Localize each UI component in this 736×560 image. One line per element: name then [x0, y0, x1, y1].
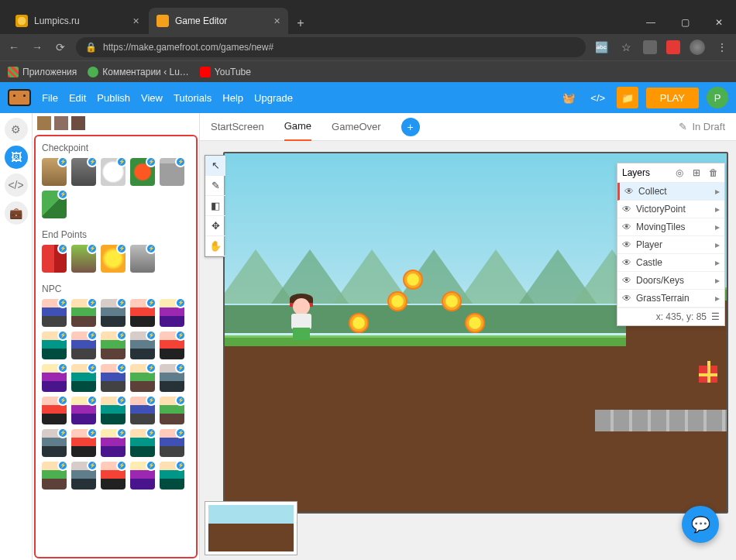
sprite-npc[interactable] — [130, 299, 155, 327]
bookmark-youtube[interactable]: YouTube — [200, 67, 251, 77]
menu-icon[interactable]: ☰ — [711, 311, 720, 322]
sprite-npc[interactable] — [42, 364, 67, 392]
tile-thumb[interactable] — [71, 116, 85, 130]
sprite-npc[interactable] — [71, 299, 96, 327]
coin-sprite[interactable] — [403, 270, 423, 290]
tool-pan[interactable]: ✋ — [205, 236, 225, 256]
delete-layer-button[interactable]: 🗑 — [707, 167, 720, 178]
layers-panel[interactable]: Layers ◎ ⊞ 🗑 👁Collect▸👁VictoryPoint▸👁Mov… — [617, 163, 725, 326]
chevron-right-icon[interactable]: ▸ — [715, 257, 720, 268]
sprite-npc[interactable] — [71, 332, 96, 359]
coin-sprite[interactable] — [387, 291, 408, 311]
address-bar[interactable]: 🔒 https://make.gamefroot.com/games/new# — [76, 37, 586, 57]
sprite-npc[interactable] — [71, 364, 96, 392]
sprite-npc[interactable] — [71, 429, 96, 457]
sprite-arrow[interactable] — [42, 191, 67, 218]
visibility-icon[interactable]: 👁 — [622, 275, 631, 286]
sprite-npc[interactable] — [71, 462, 96, 490]
target-icon[interactable]: ◎ — [673, 167, 686, 178]
sprite-npc[interactable] — [71, 397, 96, 424]
scene-tab-startscreen[interactable]: StartScreen — [211, 113, 264, 141]
chevron-right-icon[interactable]: ▸ — [715, 239, 720, 250]
folder-icon[interactable]: 📁 — [617, 87, 638, 108]
sprite-npc[interactable] — [101, 397, 126, 424]
window-minimize-button[interactable]: — — [634, 11, 668, 34]
sprite-npc[interactable] — [160, 299, 184, 327]
sprite-npc[interactable] — [160, 364, 184, 392]
sprite-rock[interactable] — [71, 158, 96, 186]
sprite-npc[interactable] — [160, 397, 184, 424]
minimap[interactable]: − 100% + — [205, 501, 297, 555]
sprite-npc[interactable] — [130, 462, 155, 490]
chevron-right-icon[interactable]: ▸ — [715, 186, 720, 197]
chevron-right-icon[interactable]: ▸ — [715, 204, 720, 215]
sprite-npc[interactable] — [42, 299, 67, 327]
gift-sprite[interactable] — [699, 366, 717, 383]
pencil-icon[interactable]: ✎ — [679, 121, 687, 132]
sprite-npc[interactable] — [160, 429, 184, 457]
sprite-npc[interactable] — [130, 364, 155, 392]
coin-sprite[interactable] — [442, 291, 462, 311]
sprite-npc[interactable] — [101, 332, 126, 359]
menu-tutorials[interactable]: Tutorials — [174, 92, 212, 104]
rail-images-button[interactable]: 🖼 — [5, 146, 28, 169]
player-sprite[interactable] — [287, 298, 316, 340]
add-scene-button[interactable]: + — [401, 118, 420, 136]
menu-help[interactable]: Help — [222, 92, 243, 104]
browser-tab-editor[interactable]: Game Editor ✕ — [149, 8, 288, 34]
rail-case-button[interactable]: 💼 — [5, 201, 28, 225]
sprite-cross[interactable] — [130, 245, 155, 273]
menu-file[interactable]: File — [42, 92, 58, 104]
bookmark-comments[interactable]: Комментарии ‹ Lu… — [88, 67, 189, 77]
visibility-icon[interactable]: 👁 — [622, 293, 631, 304]
scene-tab-gameover[interactable]: GameOver — [332, 113, 381, 141]
rail-settings-button[interactable]: ⚙ — [5, 118, 28, 141]
visibility-icon[interactable]: 👁 — [622, 257, 631, 268]
layer-row[interactable]: 👁Player▸ — [617, 236, 724, 254]
window-close-button[interactable]: ✕ — [702, 11, 736, 34]
sprite-npc[interactable] — [130, 332, 155, 359]
profile-avatar[interactable] — [690, 40, 705, 55]
sprite-npc[interactable] — [101, 429, 126, 457]
sprite-cloud[interactable] — [101, 158, 126, 186]
sprite-npc[interactable] — [160, 462, 184, 490]
tool-pencil[interactable]: ✎ — [205, 176, 225, 196]
menu-upgrade[interactable]: Upgrade — [254, 92, 293, 104]
coin-sprite[interactable] — [465, 313, 485, 333]
sprite-post[interactable] — [160, 158, 184, 186]
layer-row[interactable]: 👁Collect▸ — [617, 183, 724, 201]
sprite-flag[interactable] — [42, 245, 67, 273]
layer-row[interactable]: 👁Doors/Keys▸ — [617, 272, 724, 290]
app-logo[interactable] — [8, 89, 31, 106]
sprite-npc[interactable] — [42, 429, 67, 457]
layer-row[interactable]: 👁GrassTerrain▸ — [617, 290, 724, 307]
sprite-npc[interactable] — [42, 462, 67, 490]
tool-pointer[interactable]: ↖ — [205, 156, 225, 176]
scene-tab-game[interactable]: Game — [284, 113, 311, 141]
chevron-right-icon[interactable]: ▸ — [715, 293, 720, 304]
nav-forward-button[interactable]: → — [29, 41, 45, 53]
shop-icon[interactable]: 🧺 — [558, 87, 580, 108]
sprite-flower[interactable] — [130, 158, 155, 186]
menu-edit[interactable]: Edit — [69, 92, 86, 104]
sprite-totem[interactable] — [71, 245, 96, 273]
close-icon[interactable]: ✕ — [132, 16, 139, 26]
new-tab-button[interactable]: + — [290, 12, 311, 34]
code-icon[interactable]: </> — [587, 87, 609, 108]
nav-back-button[interactable]: ← — [6, 41, 22, 53]
layer-row[interactable]: 👁VictoryPoint▸ — [617, 201, 724, 218]
extension-icon[interactable] — [666, 40, 680, 54]
chevron-right-icon[interactable]: ▸ — [715, 222, 720, 232]
chevron-right-icon[interactable]: ▸ — [715, 275, 720, 286]
extension-icon[interactable] — [643, 40, 657, 54]
layer-row[interactable]: 👁Castle▸ — [617, 254, 724, 272]
visibility-icon[interactable]: 👁 — [622, 222, 631, 232]
sprite-npc[interactable] — [101, 462, 126, 490]
user-avatar[interactable]: P — [707, 87, 728, 108]
sprite-npc[interactable] — [101, 299, 126, 327]
star-icon[interactable]: ☆ — [618, 41, 634, 53]
tile-thumb[interactable] — [54, 116, 68, 130]
play-button[interactable]: PLAY — [646, 88, 699, 108]
tool-eraser[interactable]: ◧ — [205, 196, 225, 216]
sprite-npc[interactable] — [42, 332, 67, 359]
